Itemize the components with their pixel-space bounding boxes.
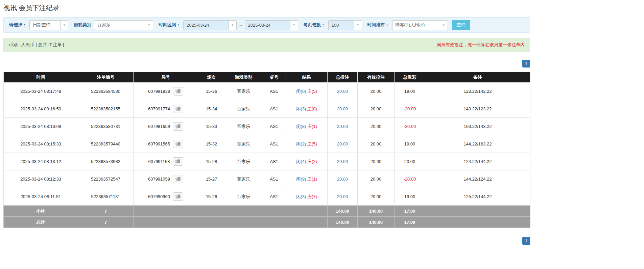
cell-remark: 163.22/143.22 [425,118,530,135]
result-player: 闲(8) [296,124,306,129]
chevron-down-icon[interactable]: ▼ [229,21,236,30]
view-round-button[interactable] [173,87,183,96]
total-bet-link[interactable]: 20.00 [337,89,348,94]
view-round-button[interactable] [173,175,183,183]
cell-remark: 124.22/144.22 [425,153,530,170]
cell-bet-id: 522363584530 [78,83,134,100]
subtotal-total-bet: 140.00 [328,206,358,217]
chevron-down-icon[interactable]: ▼ [145,21,153,30]
table-row: 2025-03-24 08:16:08 522363580731 6079916… [4,118,530,135]
cell-time: 2025-03-24 08:15:33 [4,135,78,153]
subtotal-count: 7 [78,206,134,217]
cell-remark: 125.22/144.22 [425,188,530,206]
total-bet-link[interactable]: 20.00 [337,106,348,111]
summary-bar: 币别 : 人民币 | 总共 :7 注单 | 同局有效投注，统一计算在该局第一张注… [3,38,530,52]
cell-round: 607991059 [134,170,198,188]
page-1-button[interactable]: 1 [522,237,530,245]
time-sort-value: 降幂(由大到小) [392,21,440,30]
result-player: 闲(4) [296,159,306,164]
cell-session: 15-32 [198,135,225,153]
result-player: 闲(3) [296,106,306,111]
round-number: 607991774 [148,106,170,111]
col-header-total-bet: 总投注 [328,72,358,83]
view-round-button[interactable] [173,140,183,148]
chevron-down-icon[interactable]: ▼ [354,21,362,30]
query-type-value: 日期查询 [30,21,60,30]
col-header-session: 场次 [198,72,225,83]
cell-result: 闲(8) 庄(1) [286,118,328,135]
empty-cell [425,217,530,228]
cell-session: 15-36 [198,83,225,100]
cell-remark: 144.22/124.22 [425,170,530,188]
query-type-label: 请选择： [9,22,27,28]
cards-icon [175,177,181,181]
table-row: 2025-03-24 08:13:12 522363573982 6079911… [4,153,530,170]
filter-bar: 请选择： 日期查询 ▼ 游戏类别 百家乐 ▼ 时间区间： 2025-03-24 … [3,17,530,33]
total-bet-link[interactable]: 20.00 [337,124,348,129]
cell-total-bet: 20.00 [328,118,358,135]
query-type-select[interactable]: 日期查询 ▼ [29,20,68,30]
subtotal-row: 小计 7 140.00 140.00 17.00 [4,206,530,217]
total-row: 总计 7 140.00 140.00 17.00 [4,217,530,228]
cell-game: 百家乐 [225,83,262,100]
empty-cell [198,206,225,217]
search-button[interactable]: 查询 [452,20,470,30]
pagination-top: 1 [3,60,530,68]
cell-table: AS1 [262,100,286,118]
chevron-down-icon[interactable]: ▼ [440,21,448,30]
cell-payout: -20.00 [395,100,425,118]
cell-total-bet: 20.00 [328,100,358,118]
cell-session: 15-27 [198,170,225,188]
cell-result: 闲(2) 庄(5) [286,135,328,153]
table-footer: 小计 7 140.00 140.00 17.00 总计 7 1 [4,206,530,228]
empty-cell [134,217,198,228]
cell-session: 15-33 [198,118,225,135]
cell-valid-bet: 20.00 [358,188,395,206]
total-bet-link[interactable]: 20.00 [337,141,348,146]
time-sort-select[interactable]: 降幂(由大到小) ▼ [392,20,448,30]
cell-session: 15-28 [198,153,225,170]
cell-bet-id: 522363572547 [78,170,134,188]
col-header-round: 局号 [134,72,198,83]
total-bet-link[interactable]: 20.00 [337,177,348,182]
total-payout: 17.00 [395,217,425,228]
cell-game: 百家乐 [225,153,262,170]
total-bet-link[interactable]: 20.00 [337,194,348,199]
view-round-button[interactable] [173,122,183,131]
chevron-down-icon[interactable]: ▼ [290,21,298,30]
col-header-game: 游戏类别 [225,72,262,83]
view-round-button[interactable] [173,157,183,166]
date-from-select[interactable]: 2025-03-24 ▼ [183,20,237,30]
chevron-down-icon[interactable]: ▼ [60,21,68,30]
game-type-select[interactable]: 百家乐 ▼ [94,20,153,30]
cell-game: 百家乐 [225,118,262,135]
total-valid-bet: 140.00 [358,217,395,228]
view-round-button[interactable] [173,192,183,201]
cell-valid-bet: 20.00 [358,153,395,170]
result-player: 闲(9) [296,177,306,182]
cell-table: AS1 [262,83,286,100]
total-bet-link[interactable]: 20.00 [337,159,348,164]
col-header-bet-id: 注单编号 [78,72,134,83]
page-1-button[interactable]: 1 [522,60,530,68]
cell-payout: 19.00 [395,135,425,153]
cell-result: 闲(9) 庄(1) [286,170,328,188]
page-size-select[interactable]: 100 ▼ [328,20,362,30]
col-header-table: 桌号 [262,72,286,83]
cell-valid-bet: 20.00 [358,170,395,188]
summary-currency-count: 币别 : 人民币 | 总共 :7 注单 | [9,42,64,48]
time-range-label: 时间区间： [159,22,181,28]
cell-session: 15-26 [198,188,225,206]
round-number: 607990960 [148,194,170,199]
date-to-select[interactable]: 2025-03-24 ▼ [245,20,298,30]
result-banker: 庄(5) [307,89,317,94]
table-body: 2025-03-24 08:17:48 522363584530 6079919… [4,83,530,206]
result-banker: 庄(1) [307,177,317,182]
cell-time: 2025-03-24 08:17:48 [4,83,78,100]
view-round-button[interactable] [173,105,183,113]
total-count: 7 [78,217,134,228]
cell-round: 607991774 [134,100,198,118]
pagination-bottom: 1 [3,237,530,245]
cell-valid-bet: 20.00 [358,135,395,153]
page-title: 视讯 会员下注纪录 [3,3,530,12]
